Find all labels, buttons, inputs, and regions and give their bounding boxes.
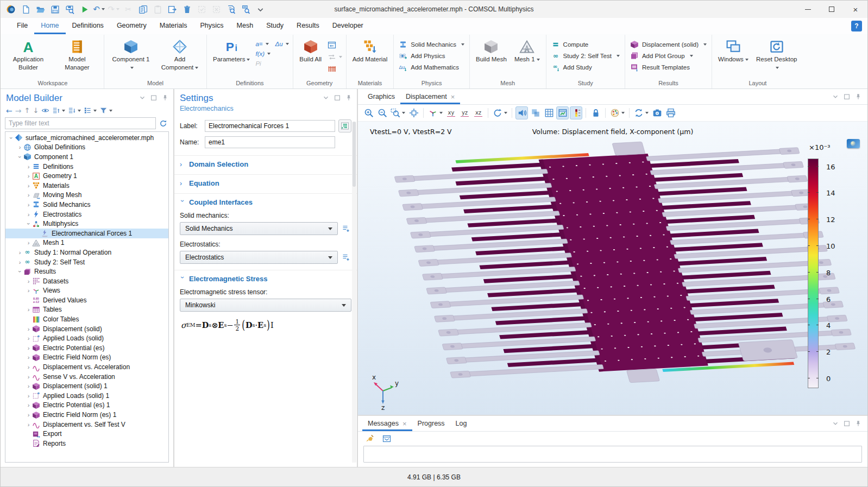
tree-expander[interactable]: ›: [8, 134, 15, 141]
expand-all-button[interactable]: [51, 106, 66, 115]
view-yz-button[interactable]: yz: [458, 106, 471, 119]
grid-button[interactable]: [543, 106, 555, 119]
tree-item-electric-field-norm-es-1[interactable]: ›Electric Field Norm (es) 1: [5, 410, 168, 420]
tree-item-geometry-1[interactable]: ›AGeometry 1: [5, 171, 168, 181]
tree-expander[interactable]: ›: [25, 326, 32, 332]
build-mesh-button[interactable]: Build Mesh: [473, 36, 510, 65]
tree-expander[interactable]: ›: [25, 287, 32, 294]
tree-item-multiphysics[interactable]: ›Multiphysics: [5, 219, 168, 229]
run-button[interactable]: [77, 2, 91, 16]
tree-item-study-2-self-test[interactable]: ›∞Study 2: Self Test: [5, 257, 168, 267]
tree-item-derived-values[interactable]: 8.85e-12Derived Values: [5, 295, 168, 305]
comsol-logo-button[interactable]: [4, 2, 18, 16]
tree-item-displacement-solid-1[interactable]: ›Displacement (solid) 1: [5, 381, 168, 391]
tree-item-displacement-solid[interactable]: ›Displacement (solid): [5, 324, 168, 334]
rotate-button[interactable]: [492, 106, 508, 119]
menu-tab-geometry[interactable]: Geometry: [110, 18, 153, 34]
lock-axes-button[interactable]: [589, 106, 602, 119]
tree-expander[interactable]: ›: [25, 374, 32, 380]
tree-expander[interactable]: ›: [26, 220, 32, 227]
model-manager-button[interactable]: Model Manager: [53, 36, 101, 73]
nonlocal-couplings-button[interactable]: Δu: [274, 40, 290, 48]
chevron-down-button[interactable]: [139, 94, 146, 103]
menu-tab-definitions[interactable]: Definitions: [66, 18, 110, 34]
application-builder-button[interactable]: AApplication Builder: [4, 36, 52, 73]
mesh-1-button[interactable]: Mesh 1: [511, 36, 543, 65]
study-2-self-test-button[interactable]: ∞Study 2: Self Test: [551, 52, 620, 60]
tree-item-reports[interactable]: Reports: [5, 439, 168, 448]
tree-expander[interactable]: ›: [16, 259, 23, 265]
tree-expander[interactable]: ›: [16, 144, 23, 150]
displacement-solid-button[interactable]: Displacement (solid): [630, 40, 707, 49]
add-physics-button[interactable]: Add Physics: [399, 52, 464, 60]
add-material-button[interactable]: Add Material: [349, 36, 391, 65]
close-tab-icon[interactable]: ×: [402, 416, 407, 431]
section-header-electromagnetic-stress[interactable]: › Electromagnetic Stress: [180, 275, 351, 283]
tree-expander[interactable]: ›: [25, 163, 32, 170]
minimize-button[interactable]: [796, 1, 820, 18]
graphics-tab-displacement[interactable]: Displacement×: [400, 89, 460, 104]
tree-item-applied-loads-solid-1[interactable]: ›Applied Loads (solid) 1: [5, 391, 168, 401]
collapse-all-button[interactable]: [67, 106, 82, 115]
add-physics-interface-icon[interactable]: [342, 252, 351, 262]
image-appearance-button[interactable]: [609, 106, 626, 119]
chevron-down-button[interactable]: [832, 420, 839, 429]
messages-tab-log[interactable]: Log: [450, 416, 473, 431]
functions-button[interactable]: f(x): [254, 50, 272, 58]
pin-button[interactable]: [345, 94, 353, 103]
zoom-in-button[interactable]: [362, 106, 375, 119]
tree-item-solid-mechanics[interactable]: ›Solid Mechanics: [5, 200, 168, 210]
go-to-view-button[interactable]: [427, 106, 444, 119]
tree-item-results[interactable]: ›Results: [5, 267, 168, 276]
menu-tab-physics[interactable]: Physics: [193, 18, 230, 34]
settings-scrollbar[interactable]: [352, 122, 356, 463]
tree-expander[interactable]: ›: [25, 402, 32, 408]
label-input[interactable]: [205, 120, 335, 132]
reset-desktop-button[interactable]: Reset Desktop: [753, 36, 801, 73]
float-button[interactable]: [843, 420, 851, 429]
view-xz-button[interactable]: xz: [472, 106, 485, 119]
pin-button[interactable]: [854, 420, 862, 429]
chevron-down-button[interactable]: [322, 94, 330, 103]
name-input[interactable]: [205, 136, 335, 148]
tree-expander[interactable]: ›: [25, 173, 32, 179]
float-button[interactable]: [150, 94, 158, 103]
messages-output[interactable]: [363, 446, 862, 463]
float-button[interactable]: [334, 94, 341, 103]
copy-button[interactable]: [136, 2, 150, 16]
tree-expander[interactable]: ›: [25, 239, 32, 246]
tree-item-displacement-vs-self-test-v[interactable]: ›Displacement vs. Self Test V: [5, 420, 168, 429]
tree-item-datasets[interactable]: ›Datasets: [5, 276, 168, 286]
tree-item-electric-potential-es-1[interactable]: ›Electric Potential (es) 1: [5, 401, 168, 410]
insert-sequence-button[interactable]: [326, 40, 337, 50]
move-down-button[interactable]: ↓: [32, 106, 40, 115]
save-as-button[interactable]: [62, 2, 77, 16]
open-messages-window-button[interactable]: [380, 432, 393, 445]
tree-item-global-definitions[interactable]: ›Global Definitions: [5, 143, 168, 153]
tree-item-export[interactable]: Export: [5, 429, 168, 439]
refresh-icon[interactable]: [159, 118, 169, 128]
menu-tab-study[interactable]: Study: [260, 18, 290, 34]
label-templates-button[interactable]: [338, 119, 351, 132]
move-up-button[interactable]: ↑: [23, 106, 31, 115]
menu-tab-file[interactable]: File: [10, 18, 34, 34]
pin-button[interactable]: [161, 94, 169, 103]
menu-tab-materials[interactable]: Materials: [153, 18, 194, 34]
tree-expander[interactable]: ›: [17, 268, 23, 275]
tree-expander[interactable]: ›: [25, 412, 32, 418]
scene-light-button[interactable]: [515, 106, 528, 119]
tree-item-sense-v-vs-acceleration[interactable]: ›Sense V vs. Acceleration: [5, 372, 168, 382]
find-button[interactable]: [224, 2, 238, 16]
help-button[interactable]: ?: [851, 21, 862, 31]
section-header-domain-selection[interactable]: › Domain Selection: [180, 160, 351, 168]
tree-item-displacement-vs-acceleration[interactable]: ›Displacement vs. Acceleration: [5, 362, 168, 372]
solid-mechanics-select[interactable]: Solid Mechanics: [180, 222, 338, 235]
tree-item-applied-loads-solid[interactable]: ›Applied Loads (solid): [5, 333, 168, 343]
open-file-button[interactable]: [33, 2, 47, 16]
pin-button[interactable]: [854, 93, 862, 102]
tree-item-component-1[interactable]: ›Component 1: [5, 152, 168, 162]
result-templates-button[interactable]: Result Templates: [630, 63, 707, 72]
add-component-button[interactable]: Add Component: [156, 36, 204, 73]
filter-button[interactable]: [98, 106, 114, 115]
save-button[interactable]: [48, 2, 62, 16]
